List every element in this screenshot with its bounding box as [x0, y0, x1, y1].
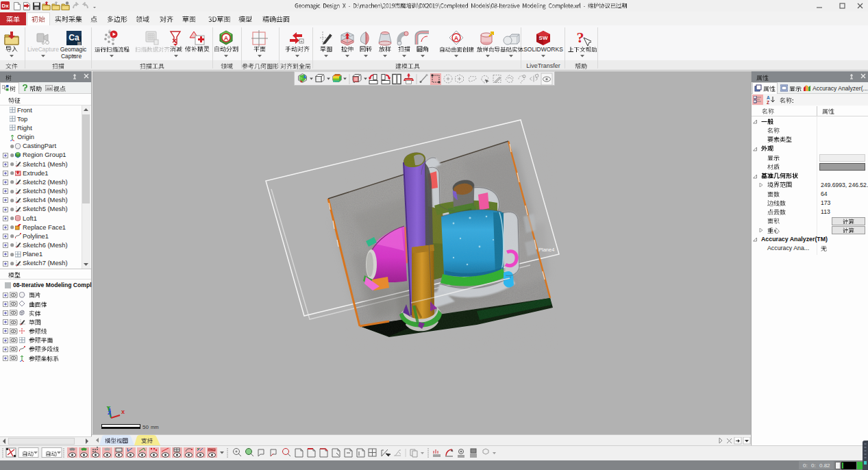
svg-text:x: x [121, 408, 125, 415]
svg-text:Dx: Dx [1, 3, 9, 9]
svg-text:Ca: Ca [69, 33, 79, 42]
svg-text:Plane4: Plane4 [538, 247, 554, 253]
svg-text:A: A [224, 35, 229, 42]
svg-text:Z: Z [767, 100, 769, 104]
svg-text:SW: SW [539, 35, 548, 41]
svg-text:Z: Z [108, 410, 111, 416]
svg-text:A: A [454, 35, 459, 42]
svg-text:?: ? [577, 29, 584, 46]
svg-text:A: A [767, 95, 770, 100]
